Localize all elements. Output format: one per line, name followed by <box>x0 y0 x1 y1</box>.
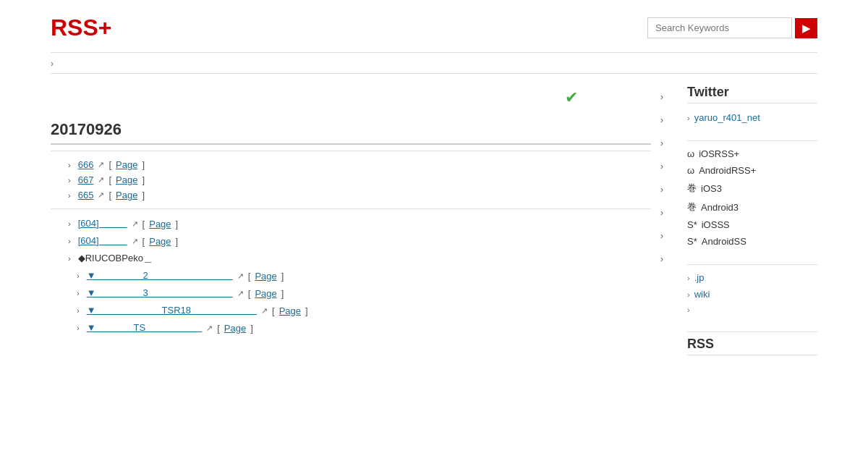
right-chev-1[interactable]: › <box>660 92 663 102</box>
ext-icon-666: ↗ <box>98 160 104 169</box>
sidebar-icon-androidrss: ω <box>687 165 694 176</box>
item-bracket-close: ] <box>176 219 179 229</box>
logo: RSS+ <box>51 14 111 41</box>
right-chev-8[interactable]: › <box>660 254 663 264</box>
list-item: › 666 ↗ [ Page ] <box>51 157 651 172</box>
item-bracket-close: ] <box>281 271 284 282</box>
ext-icon-665: ↗ <box>98 190 104 200</box>
item-bracket-close: ] <box>142 159 145 170</box>
item-link-666[interactable]: 666 <box>78 159 94 170</box>
item-bracket: [ <box>142 219 145 229</box>
list-item-sub-4: › ▼＿＿＿＿TS＿＿＿＿＿＿ ↗ [ Page ] <box>51 319 651 337</box>
sidebar-item-extra[interactable]: › <box>687 303 817 317</box>
item-bracket: [ <box>248 271 251 282</box>
nav-chevron[interactable]: › <box>51 59 54 69</box>
item-bracket: [ <box>142 236 145 247</box>
item-link-604-2[interactable]: [604]＿＿＿ <box>78 235 127 248</box>
main-layout: ✔ 20170926 › 666 ↗ [ Page ] <box>51 74 817 370</box>
item-page-sub-1[interactable]: Page <box>255 271 276 282</box>
item-link-sub-2[interactable]: ▼＿＿＿＿＿3＿＿＿＿＿＿＿＿＿ <box>87 287 233 300</box>
ext-icon-sub-2: ↗ <box>237 289 244 298</box>
item-page-666[interactable]: Page <box>116 159 137 170</box>
item-link-604-1[interactable]: [604]＿＿＿ <box>78 217 127 230</box>
list-item: › 665 ↗ [ Page ] <box>51 187 651 203</box>
item-link-665[interactable]: 665 <box>78 190 94 200</box>
sidebar-icon-iossss: S* <box>687 219 697 230</box>
item-bracket: [ <box>109 159 111 170</box>
sidebar-rss: RSS <box>687 337 817 355</box>
ext-icon-sub-1: ↗ <box>237 271 244 281</box>
item-link-sub-3[interactable]: ▼＿＿＿＿＿＿＿TSR18＿＿＿＿＿＿＿ <box>87 304 257 317</box>
item-page-sub-4[interactable]: Page <box>224 323 246 334</box>
list-item-604-2: › [604]＿＿＿ ↗ [ Page ] <box>51 232 651 250</box>
right-chev-7[interactable]: › <box>660 231 663 241</box>
list-item-604-1: › [604]＿＿＿ ↗ [ Page ] <box>51 215 651 232</box>
item-chevron: › <box>77 271 80 280</box>
sidebar-item-yaruo[interactable]: › yaruo_r401_net <box>687 109 817 126</box>
right-chev-3[interactable]: › <box>660 138 663 148</box>
item-link-sub-4[interactable]: ▼＿＿＿＿TS＿＿＿＿＿＿ <box>87 321 202 334</box>
sidebar-links: › .jp › wiki › <box>687 269 817 317</box>
sidebar-link-wiki[interactable]: wiki <box>694 289 710 300</box>
sidebar-label-iossss: iOSSS <box>702 219 730 230</box>
sidebar-chevron-wiki: › <box>687 290 690 299</box>
right-chev-6[interactable]: › <box>660 208 663 218</box>
item-bracket: [ <box>109 190 111 200</box>
sidebar-divider-2 <box>687 264 817 265</box>
section-divider-2 <box>51 208 651 209</box>
item-chevron: › <box>68 219 71 228</box>
item-chevron: › <box>77 289 80 297</box>
sidebar-chevron-extra: › <box>687 305 690 314</box>
sidebar-item-jp[interactable]: › .jp <box>687 269 817 286</box>
sidebar-item-android3: 巻 Android3 <box>687 198 817 216</box>
list-item-sub-2: › ▼＿＿＿＿＿3＿＿＿＿＿＿＿＿＿ ↗ [ Page ] <box>51 284 651 302</box>
sidebar-chevron-yaruo: › <box>687 114 690 122</box>
item-page-604-2[interactable]: Page <box>149 236 171 247</box>
item-page-667[interactable]: Page <box>116 174 137 185</box>
status-left <box>51 85 477 107</box>
ext-icon-sub-3: ↗ <box>261 306 268 316</box>
item-bracket: [ <box>217 323 220 334</box>
search-input[interactable] <box>647 17 792 38</box>
search-button[interactable]: ▶ <box>795 18 817 38</box>
item-chevron: › <box>68 161 71 169</box>
item-page-665[interactable]: Page <box>116 190 137 200</box>
sidebar-item-iosrss: ω iOSRSS+ <box>687 145 817 162</box>
item-bracket: [ <box>109 174 111 185</box>
sidebar-link-yaruo[interactable]: yaruo_r401_net <box>694 112 760 123</box>
check-icon: ✔ <box>565 88 578 107</box>
item-page-sub-2[interactable]: Page <box>255 288 276 299</box>
ext-icon-667: ↗ <box>98 175 104 185</box>
sidebar-item-iossss: S* iOSSS <box>687 216 817 233</box>
date-heading: 20170926 <box>51 120 651 145</box>
item-link-sub-1[interactable]: ▼＿＿＿＿＿2＿＿＿＿＿＿＿＿＿ <box>87 269 233 282</box>
sidebar-chevron-jp: › <box>687 274 690 282</box>
item-bracket-close: ] <box>250 323 253 334</box>
right-chev-2[interactable]: › <box>660 115 663 125</box>
sidebar-divider-3 <box>687 332 817 332</box>
list-item: › 667 ↗ [ Page ] <box>51 172 651 187</box>
sidebar-link-jp[interactable]: .jp <box>694 272 705 283</box>
header: RSS+ ▶ <box>51 7 817 53</box>
item-chevron: › <box>68 191 71 200</box>
group-label: ◆RIUCOBPeko＿ <box>78 252 153 265</box>
sidebar-twitter: Twitter › yaruo_r401_net <box>687 85 817 126</box>
sidebar-item-wiki[interactable]: › wiki <box>687 286 817 303</box>
item-page-604-1[interactable]: Page <box>149 219 171 229</box>
nav-bar: › <box>51 53 817 74</box>
sidebar-label-androidrss: AndroidRSS+ <box>699 165 756 176</box>
right-chev-5[interactable]: › <box>660 185 663 195</box>
sidebar-item-androidss: S* AndroidSS <box>687 233 817 250</box>
right-chev-4[interactable]: › <box>660 161 663 172</box>
item-link-667[interactable]: 667 <box>78 174 94 185</box>
sidebar: Twitter › yaruo_r401_net ω iOSRSS+ ω And… <box>687 85 817 370</box>
search-area: ▶ <box>647 17 817 38</box>
content-with-right: ✔ 20170926 › 666 ↗ [ Page ] <box>51 85 673 370</box>
item-chevron: › <box>68 176 71 185</box>
status-right: ✔ <box>492 85 651 107</box>
item-bracket-close: ] <box>142 174 145 185</box>
sidebar-label-androidss: AndroidSS <box>702 236 746 247</box>
item-chevron: › <box>77 306 80 315</box>
sidebar-icon-android3: 巻 <box>687 200 697 214</box>
item-page-sub-3[interactable]: Page <box>279 305 301 316</box>
